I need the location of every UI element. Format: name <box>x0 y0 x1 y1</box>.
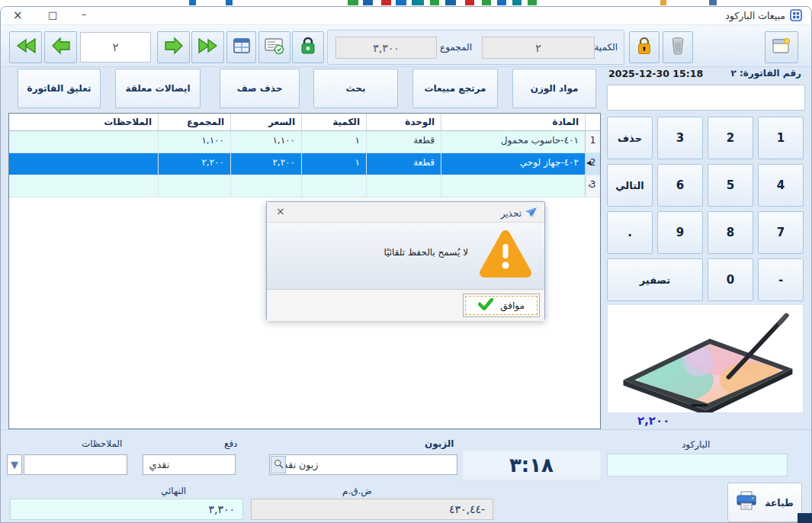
new-invoice-icon <box>772 37 791 58</box>
grid-view-button[interactable] <box>226 31 256 63</box>
payment-dropdown[interactable]: نقدي <box>143 454 236 475</box>
new-invoice-button[interactable] <box>765 31 798 63</box>
product-price: ٢,٢٠٠ <box>637 414 669 428</box>
trash-icon <box>670 37 685 58</box>
customer-search-button[interactable] <box>271 456 286 473</box>
cell-item[interactable]: ٤٠٢-جهاز لوحي <box>441 153 585 175</box>
hold-invoice-button[interactable]: تعليق الفاتورة <box>18 69 101 108</box>
sales-return-button[interactable]: مرتجع مبيعات <box>412 69 498 108</box>
invoice-entry-input[interactable] <box>607 85 805 111</box>
cell-notes[interactable] <box>9 153 158 175</box>
column-header-qty[interactable]: الكمية <box>301 114 366 130</box>
cell-price[interactable] <box>230 175 301 197</box>
column-header-price[interactable]: السعر <box>230 114 301 130</box>
cell-price[interactable]: ١,١٠٠ <box>230 131 301 152</box>
cell-qty[interactable]: ١ <box>301 153 366 175</box>
customer-label: الزبون <box>425 438 454 449</box>
numpad-2[interactable]: 2 <box>708 117 753 159</box>
numpad-0[interactable]: 0 <box>708 258 753 301</box>
column-header-notes[interactable]: الملاحظات <box>9 114 158 130</box>
app-window: × □ – مبيعات الباركود <box>0 6 812 523</box>
cell-unit[interactable] <box>366 175 441 197</box>
cell-price[interactable]: ٢,٢٠٠ <box>230 153 301 175</box>
barcode-label: الباركود <box>682 439 710 450</box>
cell-item[interactable] <box>441 175 585 197</box>
delete-invoice-button[interactable] <box>663 31 693 63</box>
cell-total[interactable] <box>158 175 230 197</box>
cell-total[interactable]: ١,١٠٠ <box>158 131 230 152</box>
search-button[interactable]: بحث <box>313 69 398 108</box>
numpad-dot[interactable]: . <box>607 211 653 254</box>
dialog-footer: موافق <box>267 290 544 321</box>
notes-label: الملاحظات <box>82 438 122 449</box>
first-record-button[interactable] <box>9 31 42 63</box>
vat-field[interactable]: ٤٣٠,٤٤- <box>251 499 493 520</box>
table-row-selected[interactable]: 2◀ ٤٠٢-جهاز لوحي قطعة ١ ٢,٢٠٠ ٢,٢٠٠ <box>9 153 600 175</box>
numpad-minus[interactable]: - <box>758 258 804 301</box>
numpad-delete[interactable]: حذف <box>607 117 653 159</box>
warning-triangle-icon <box>479 229 532 282</box>
background-window-fragment <box>226 0 233 5</box>
quantity-label: الكمية <box>594 42 618 53</box>
column-header-item[interactable]: المادة <box>441 114 585 130</box>
numpad-5[interactable]: 5 <box>708 164 753 207</box>
notes-input[interactable] <box>24 454 127 475</box>
numpad-clear[interactable]: تصفير <box>607 258 703 301</box>
dialog-title-bar: × تحذير <box>267 202 544 223</box>
dialog-close-button[interactable]: × <box>276 205 285 217</box>
background-window-fragment <box>798 513 812 523</box>
numpad-3[interactable]: 3 <box>657 117 703 159</box>
receipt-check-button[interactable] <box>258 31 290 63</box>
column-header-unit[interactable]: الوحدة <box>366 114 441 130</box>
ok-button-label: موافق <box>500 300 525 311</box>
previous-record-button[interactable] <box>44 31 77 63</box>
column-header-total[interactable]: المجموع <box>158 114 230 130</box>
next-record-button[interactable] <box>157 31 190 63</box>
cell-notes[interactable] <box>9 175 158 197</box>
final-total-field[interactable]: ٣,٣٠٠ <box>10 499 243 520</box>
right-arrow-icon <box>164 37 184 58</box>
totals-group: الكمية ٢ المجموع ٣,٣٠٠ <box>327 30 624 65</box>
barcode-input[interactable] <box>607 454 788 476</box>
background-window-fragment <box>396 0 406 5</box>
cell-notes[interactable] <box>9 131 158 152</box>
cell-unit[interactable]: قطعة <box>366 131 441 152</box>
receipt-check-icon <box>265 37 284 58</box>
table-row[interactable]: 1 ٤٠١-حاسوب محمول قطعة ١ ١,١٠٠ ١,١٠٠ <box>9 131 600 153</box>
numpad-8[interactable]: 8 <box>708 211 753 254</box>
cell-qty[interactable] <box>301 175 366 197</box>
lock-invoice-button[interactable] <box>629 31 660 63</box>
numpad-1[interactable]: 1 <box>758 117 804 159</box>
app-grid-icon <box>790 9 802 21</box>
current-row-marker-icon: ◀ <box>586 159 591 166</box>
notes-dropdown-button[interactable]: ▼ <box>7 454 22 475</box>
toolbar: الكمية ٢ المجموع ٣,٣٠٠ <box>1 25 811 67</box>
record-number-input[interactable] <box>80 32 151 63</box>
minimize-window-button[interactable]: – <box>82 8 87 20</box>
pending-receipts-button[interactable]: ايصالات معلقة <box>115 69 201 108</box>
close-window-button[interactable]: × <box>13 8 23 22</box>
customer-field[interactable]: زبون نقدي <box>269 454 457 475</box>
print-button-label: طباعة <box>765 497 794 509</box>
cell-qty[interactable]: ١ <box>301 131 366 152</box>
delete-row-button[interactable]: حذف صف <box>220 69 300 108</box>
cell-unit[interactable]: قطعة <box>366 153 441 175</box>
weight-items-button[interactable]: مواد الوزن <box>512 69 596 108</box>
auto-save-lock-button[interactable] <box>292 31 324 63</box>
quantity-field[interactable]: ٢ <box>482 37 595 59</box>
last-record-button[interactable] <box>191 31 224 63</box>
numpad-next[interactable]: التالي <box>607 164 653 207</box>
cell-item[interactable]: ٤٠١-حاسوب محمول <box>441 131 585 152</box>
invoice-datetime: 2025-12-30 15:18 <box>608 68 703 79</box>
numpad-6[interactable]: 6 <box>657 164 703 207</box>
total-field[interactable]: ٣,٣٠٠ <box>335 37 437 59</box>
print-button[interactable]: طباعة <box>727 483 802 522</box>
numpad-9[interactable]: 9 <box>657 211 703 254</box>
maximize-window-button[interactable]: □ <box>48 9 57 21</box>
table-row-new[interactable]: 3* <box>9 175 600 197</box>
numpad-4[interactable]: 4 <box>758 164 804 207</box>
ok-button[interactable]: موافق <box>463 294 540 317</box>
numpad-7[interactable]: 7 <box>758 211 804 254</box>
dialog-message: لا يُسمح بالحفظ تلقائيًا <box>384 247 468 258</box>
cell-total[interactable]: ٢,٢٠٠ <box>158 153 230 175</box>
